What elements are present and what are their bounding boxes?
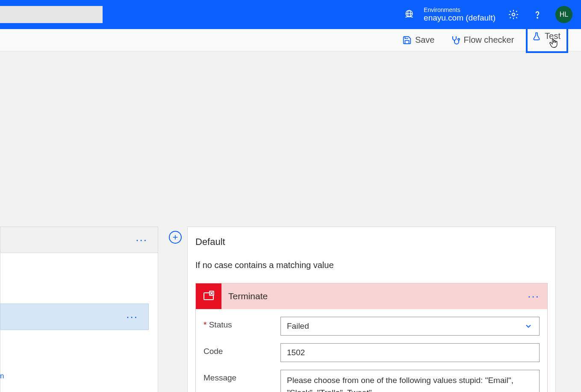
left-fragment-text: n [0,372,4,380]
terminate-icon [196,283,221,309]
message-label: Message [203,370,280,383]
test-button[interactable]: Test [526,27,568,53]
message-input[interactable] [280,370,540,392]
code-label: Code [203,343,280,356]
svg-point-5 [458,38,460,40]
more-icon[interactable]: ··· [528,290,540,303]
code-row: Code [203,343,540,362]
status-select[interactable]: Failed [280,317,540,336]
add-case-button[interactable] [169,231,182,244]
cursor-hand-icon [549,38,559,50]
top-bar: Environments enayu.com (default) HL [0,0,581,29]
topbar-left [0,6,103,23]
save-icon [402,35,412,45]
help-icon[interactable] [531,9,543,21]
left-action-header[interactable]: ··· [0,304,149,330]
default-case-card: Default If no case contains a matching v… [187,227,556,392]
svg-point-4 [537,18,538,18]
environment-block[interactable]: Environments enayu.com (default) [403,6,495,23]
terminate-action-card: Terminate ··· Status Failed Code [195,283,548,392]
left-case-header[interactable]: ··· [0,227,158,253]
message-row: Message [203,370,540,392]
search-input[interactable] [0,6,103,23]
more-icon[interactable]: ··· [126,310,138,324]
save-label: Save [415,35,435,45]
action-header-left: Terminate [196,283,268,309]
globe-icon [403,9,415,21]
flask-icon [532,32,541,41]
flow-checker-label: Flow checker [464,35,514,45]
flow-canvas[interactable]: ··· ··· n Default If no case contains a … [0,51,581,392]
action-header[interactable]: Terminate ··· [196,283,547,309]
topbar-right: Environments enayu.com (default) HL [403,6,572,23]
environment-name: enayu.com (default) [424,13,495,23]
gear-icon[interactable] [507,9,519,21]
action-title: Terminate [228,291,268,301]
status-row: Status Failed [203,317,540,336]
avatar[interactable]: HL [555,6,572,23]
stethoscope-icon [450,35,460,45]
svg-point-3 [512,13,515,16]
flow-checker-button[interactable]: Flow checker [447,32,518,48]
more-icon[interactable]: ··· [136,233,147,247]
action-body: Status Failed Code Message [196,309,547,392]
case-description: If no case contains a matching value [195,260,548,270]
code-input[interactable] [280,343,540,362]
toolbar: Save Flow checker Test [0,29,581,51]
environments-label: Environments [424,6,495,13]
status-label: Status [203,317,280,330]
avatar-initials: HL [560,11,568,18]
case-title: Default [195,236,548,248]
environment-text: Environments enayu.com (default) [424,6,495,23]
save-button[interactable]: Save [399,32,438,47]
